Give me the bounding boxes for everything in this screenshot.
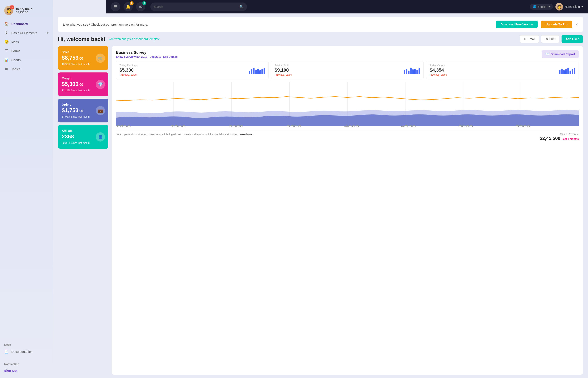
sidebar-profile: 👩 3 Henry Klein $8,753.00: [0, 14, 53, 18]
print-label: Print: [549, 37, 555, 41]
sidebar-user-amount: $8,753.00: [16, 14, 32, 14]
user-menu[interactable]: 👩 Henry Klein ▾: [555, 3, 583, 11]
user-chevron-icon: ▾: [581, 5, 583, 8]
add-user-button[interactable]: Add User: [561, 35, 583, 43]
welcome-title: Hi, welcome back!: [58, 36, 105, 42]
main-content: Like what you see? Check out our premium…: [53, 14, 588, 378]
sidebar-item-charts[interactable]: 📊 Charts: [0, 55, 53, 65]
sign-out-button[interactable]: Sign Out: [0, 366, 53, 375]
svg-text:5500: 5500: [515, 125, 530, 127]
lang-chevron-icon: ▾: [548, 5, 550, 8]
mini-stat-chart: [404, 66, 420, 74]
promo-banner: Like what you see? Check out our premium…: [58, 17, 583, 32]
survey-header: Business Survey Show overview jan 2018 -…: [116, 50, 579, 58]
sidebar-item-tables[interactable]: ⊞ Tables: [0, 65, 53, 73]
stat-cards: Sales $8,753.00 18.33% Since last month …: [58, 46, 108, 375]
forms-icon: ☰: [4, 49, 9, 53]
revenue-value: $2,45,500: [540, 136, 560, 141]
sidebar-nav: 🏠 Dashboard 🎛 Basic UI Elements + 🙂 Icon…: [0, 19, 53, 340]
mini-stat-value: $4,354: [430, 68, 557, 73]
svg-text:3500: 3500: [286, 125, 301, 127]
mini-stat-product-sold: Product Sold $9,100 -310 avg. sales: [271, 61, 424, 79]
menu-icon: ☰: [114, 4, 117, 9]
learn-more-link[interactable]: Learn More: [239, 133, 253, 136]
docs-section-label: Docs: [0, 340, 53, 347]
stat-card-icon: 💎: [96, 80, 105, 89]
email-label: Email: [528, 37, 535, 41]
stat-card-label: Affiliate: [62, 129, 105, 133]
bell-button[interactable]: 🔔 7: [123, 2, 133, 11]
download-report-button[interactable]: 📧 Download Report: [542, 50, 579, 58]
welcome-subtitle: Your web analytics dashboard template.: [108, 37, 161, 41]
mini-stat-label: Today Earnings: [120, 64, 246, 67]
mini-stat-value: $9,100: [275, 68, 401, 73]
promo-close-button[interactable]: ×: [575, 22, 578, 27]
user-avatar: 👩: [555, 3, 563, 11]
svg-text:2000: 2000: [116, 125, 131, 127]
mini-stat-label: Today Orders: [430, 64, 557, 67]
mini-stat-value: $5,300: [120, 68, 246, 73]
mini-stat-label: Product Sold: [275, 64, 401, 67]
svg-text:4500: 4500: [401, 125, 416, 127]
mail-badge: 8: [142, 1, 146, 5]
sidebar-item-basic-ui[interactable]: 🎛 Basic UI Elements +: [0, 28, 53, 37]
main-chart: 2000 2500 3000 3500 4000 4500 5000 5500: [116, 82, 579, 128]
charts-icon: 📊: [4, 58, 9, 62]
upgrade-pro-button[interactable]: Upgrade To Pro: [541, 21, 572, 28]
language-selector[interactable]: 🌐 English ▾: [530, 4, 553, 10]
notification-label: Notification: [0, 360, 53, 366]
sidebar-item-label: Tables: [11, 67, 20, 71]
email-button[interactable]: ✉ Email: [520, 35, 539, 43]
sidebar-item-label: Icons: [11, 40, 19, 44]
mini-stat-change: -310 avg. sales: [120, 73, 246, 76]
stat-card-icon: 🛒: [96, 54, 105, 63]
tables-icon: ⊞: [4, 67, 9, 71]
stat-card-label: Margin: [62, 77, 105, 80]
mini-stat-chart: [249, 66, 265, 74]
stat-card-affiliate: Affiliate 2368 20.32% Since last month 👤: [58, 125, 108, 149]
stat-card-change: 67.98% Since last month: [62, 115, 105, 118]
sidebar-item-label: Dashboard: [11, 22, 28, 26]
search-bar[interactable]: 🔍: [150, 2, 247, 11]
user-name: Henry Klein: [565, 5, 580, 8]
plus-icon: +: [46, 31, 49, 35]
print-button[interactable]: 🖨 Print: [541, 35, 560, 43]
icons-icon: 🙂: [4, 40, 9, 44]
download-report-label: Download Report: [551, 53, 575, 56]
welcome-row: Hi, welcome back! Your web analytics das…: [58, 35, 583, 43]
stat-card-icon: 👤: [96, 132, 105, 142]
mini-stat-change: -310 avg. sales: [275, 73, 401, 76]
search-icon: 🔍: [240, 5, 244, 9]
sidebar-item-icons[interactable]: 🙂 Icons: [0, 37, 53, 46]
home-icon: 🏠: [4, 22, 9, 26]
chart-footer: Lorem ipsum dolor sit amet, consectetur …: [116, 131, 579, 141]
download-icon: 📧: [545, 53, 549, 56]
stat-card-orders: Orders $1,753.00 67.98% Since last month…: [58, 99, 108, 122]
menu-button[interactable]: ☰: [111, 2, 120, 11]
see-details-link[interactable]: See Details: [163, 55, 177, 58]
bell-badge: 7: [130, 1, 134, 5]
search-input[interactable]: [154, 5, 240, 8]
mini-stat-orders: Today Orders $4,354 -310 avg. sales: [426, 61, 579, 79]
stat-card-change: 13.21% Since last month: [62, 89, 105, 92]
mini-stat-chart: [559, 66, 575, 74]
mail-button[interactable]: ✉ 8: [136, 2, 145, 11]
sidebar-avatar: 👩 3: [4, 14, 13, 15]
sidebar-item-dashboard[interactable]: 🏠 Dashboard: [0, 19, 53, 28]
survey-date-range: Show overview jan 2018 - Dec 2019: [116, 55, 161, 58]
print-icon: 🖨: [545, 37, 548, 41]
sidebar-item-forms[interactable]: ☰ Forms: [0, 46, 53, 55]
promo-text: Like what you see? Check out our premium…: [63, 23, 493, 26]
svg-text:5000: 5000: [458, 125, 473, 127]
sidebar-item-label: Sign Out: [4, 369, 17, 372]
welcome-actions: ✉ Email 🖨 Print Add User: [520, 35, 583, 43]
docs-icon: 📄: [4, 350, 9, 354]
footer-text: Lorem ipsum dolor sit amet, consectetur …: [116, 133, 237, 136]
sidebar-item-documentation[interactable]: 📄 Documentation: [0, 347, 53, 356]
survey-subtitle: Show overview jan 2018 - Dec 2019 See De…: [116, 55, 539, 58]
stat-card-change: 18.33% Since last month: [62, 63, 105, 66]
sidebar-item-label: Documentation: [11, 350, 33, 353]
download-free-button[interactable]: Download Free Version: [496, 21, 538, 28]
bell-icon: 🔔: [126, 4, 130, 9]
sidebar: 👩 3 Henry Klein $8,753.00 🏠 Dashboard 🎛 …: [0, 14, 53, 378]
